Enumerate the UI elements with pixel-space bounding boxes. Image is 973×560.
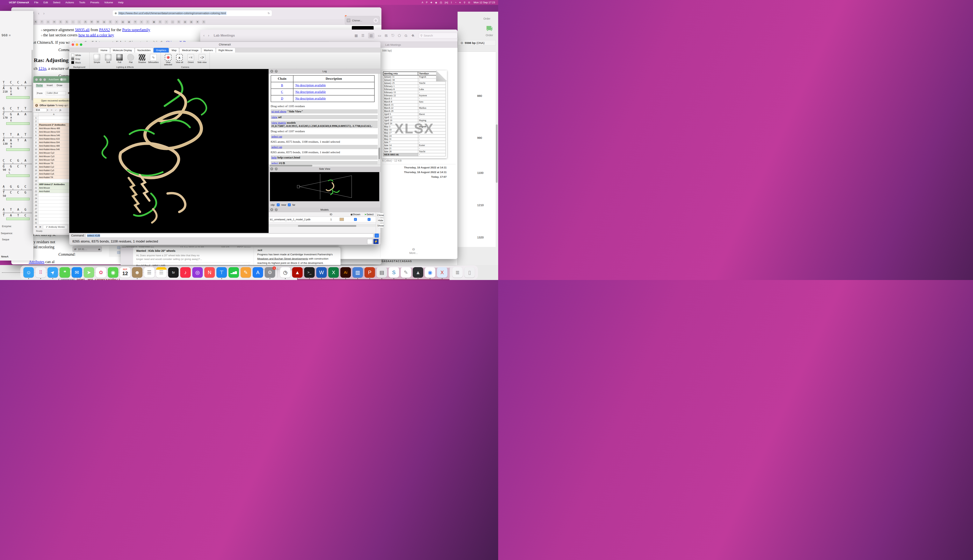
menu-status-icon[interactable]: ᛒ [451, 1, 452, 4]
sequence-map-area[interactable] [458, 52, 496, 247]
doc-link[interactable]: Porin superfamily [122, 28, 150, 32]
doc-link[interactable]: how to add a color key [79, 33, 114, 37]
menu-status-icon[interactable]: ⊟ [468, 1, 470, 4]
cell-a[interactable] [38, 218, 69, 221]
dock-icon-terminal[interactable]: >_ [304, 267, 315, 278]
bookmark-favicon[interactable]: ⌁ [71, 20, 75, 24]
cell-a[interactable]: Anti-Mouse TR [38, 162, 69, 165]
column-a-header[interactable]: A [38, 113, 69, 116]
bookmark-favicon[interactable]: n [46, 20, 50, 24]
model-row[interactable]: b1_unrelaxed_rank_1_model_2.pdb 1 ✓ ✓ [269, 217, 376, 222]
menu-item[interactable]: Presets [90, 1, 99, 4]
model-action-button[interactable]: Hide [377, 218, 384, 223]
log-scrollbar[interactable] [378, 74, 380, 164]
bookmark-favicon[interactable]: I [146, 20, 149, 24]
menu-status-icon[interactable]: ⚲ [464, 1, 465, 4]
dock-icon-word[interactable]: W [316, 267, 327, 278]
bookmark-favicon[interactable]: ❖ [196, 20, 199, 24]
share-icon[interactable]: ⎋ [391, 33, 394, 38]
dock-icon-messages[interactable]: ❝ [60, 267, 70, 278]
eject-icon[interactable]: ⏏ [98, 248, 100, 251]
cell-a[interactable]: Anti-Mouse Cy5 [38, 158, 69, 162]
doc-link[interactable]: PASS2 [99, 28, 110, 32]
menu-item[interactable]: File [34, 1, 38, 4]
cell-a[interactable] [38, 120, 69, 123]
sequence-block[interactable]: C C G A G G C T 90G L [3, 159, 32, 177]
bookmark-favicon[interactable]: ◍ [102, 20, 106, 24]
toolbar-tab[interactable]: Markers [201, 48, 216, 52]
group-icon[interactable]: ⊞⌄ [385, 33, 388, 38]
dock-icon-calendar[interactable]: SEP12 [120, 267, 130, 278]
background-swatch[interactable]: Black [71, 61, 87, 64]
cell-a[interactable] [38, 214, 69, 218]
dock-icon-printer[interactable]: ▤ [376, 267, 387, 278]
list-view-icon[interactable]: ☰ [361, 33, 364, 38]
dock-icon-maps[interactable]: ➤ [84, 267, 94, 278]
forward-icon[interactable]: › [43, 11, 45, 15]
graphics-viewport[interactable] [69, 69, 269, 233]
menu-status-icon[interactable]: ≋ [459, 1, 461, 4]
dock-icon-illustrator[interactable]: Ai [340, 267, 351, 278]
autosave-toggle[interactable]: OFF [60, 78, 67, 81]
dock-icon-powerpoint[interactable]: P [364, 267, 375, 278]
cell-a[interactable]: Anti-Mouse Cy3 [38, 155, 69, 158]
bookmark-favicon[interactable]: T [40, 20, 43, 24]
zoom-button[interactable] [43, 78, 46, 81]
shown-checkbox[interactable]: ✓ [354, 218, 357, 221]
search-field[interactable]: ⚲ Search [419, 33, 458, 38]
bookmark-favicon[interactable]: S [59, 20, 62, 24]
bookmark-favicon[interactable]: ▤ [121, 20, 125, 24]
bookmark-favicon[interactable]: ✉ [53, 20, 56, 24]
command-link[interactable]: help [271, 156, 277, 159]
stepper-icon[interactable]: ▲▼ [47, 109, 48, 111]
back-icon[interactable]: ‹ [38, 11, 40, 15]
dropbox-icon[interactable]: ❖⌄ [411, 33, 415, 38]
minimize-button[interactable] [39, 78, 42, 81]
cell-a[interactable] [38, 179, 69, 183]
toolbar-tab[interactable]: Medical Image [179, 48, 201, 52]
cell-reference-box[interactable]: B34 [35, 108, 47, 112]
menu-status-icon[interactable]: ◔ [455, 1, 456, 4]
menu-status-icon[interactable]: (!) [440, 1, 442, 4]
model-action-button[interactable]: Close [377, 213, 384, 217]
cell-a[interactable]: Anti-Rabbit TR [38, 176, 69, 179]
toolbar-tab[interactable]: Home [98, 48, 110, 52]
tab-g-icon[interactable]: G [373, 18, 378, 23]
models-hscrollbar[interactable] [269, 225, 376, 227]
more-button[interactable]: ⊖More... [380, 247, 446, 255]
fast-mode-icon[interactable]: ⚡ [373, 239, 378, 244]
dock-icon-snapgene[interactable]: S [389, 267, 399, 278]
bookmark-favicon[interactable]: S [65, 20, 69, 24]
dock-icon-dark-pyramid-app[interactable]: ▲ [413, 267, 423, 278]
command-link[interactable]: select [271, 162, 278, 164]
tag-icon[interactable]: ⬠ [398, 33, 401, 38]
dock-icon-app-store[interactable]: A [252, 267, 263, 278]
function-icon[interactable]: fx [60, 109, 61, 112]
cell-a[interactable] [38, 211, 69, 214]
background-swatch[interactable]: White [71, 54, 87, 57]
menu-app-name[interactable]: UCSF ChimeraX [9, 1, 29, 4]
cancel-icon[interactable]: ✕ [50, 109, 53, 112]
chain-description-link[interactable]: No description available [296, 90, 326, 93]
bookmark-favicon[interactable]: ⛨ [134, 20, 137, 24]
sheet-tab[interactable]: 1° Antibody Workin [43, 225, 68, 229]
reload-icon[interactable]: ↻ [267, 12, 270, 15]
model-action-button[interactable]: Show [377, 223, 384, 228]
dock-icon-trash[interactable]: ▯ [464, 267, 475, 278]
dock-icon-mail[interactable]: ✉ [72, 267, 82, 278]
back-icon[interactable]: ‹ [203, 33, 204, 38]
sideview-canvas[interactable] [270, 172, 379, 201]
dock-icon-chimerax[interactable]: X [437, 267, 447, 278]
log-panel[interactable]: ChainDescription BNo description availab… [269, 74, 380, 164]
menu-item[interactable]: Select [53, 1, 60, 4]
dock-icon-excel[interactable]: X [328, 267, 339, 278]
sequence-block[interactable]: A G G C T C C G 50 [3, 185, 32, 200]
url-field[interactable]: ⊕ https://www.rbvi.ucsf.edu/chimerax/dat… [112, 10, 272, 16]
message-preview[interactable]: Hi, Does anyone have a 20" wheel kids bi… [136, 253, 251, 261]
bookmark-favicon[interactable]: G [177, 20, 181, 24]
dock-icon-chrome[interactable]: ◉ [425, 267, 435, 278]
dock-icon-photos[interactable]: ✿ [96, 267, 106, 278]
bookmark-favicon[interactable]: ▢ [171, 20, 174, 24]
cell-a[interactable] [38, 203, 69, 207]
toolbar-tab[interactable]: Right Mouse [216, 48, 235, 52]
